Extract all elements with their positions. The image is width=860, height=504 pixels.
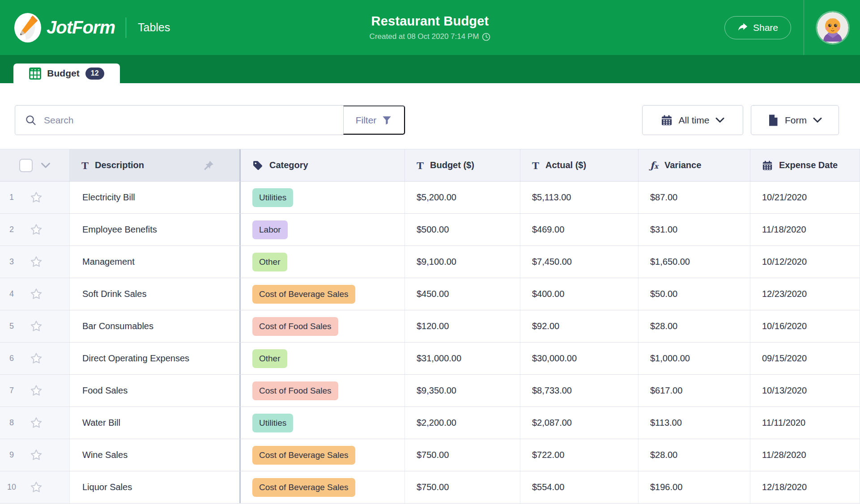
category-cell[interactable]: Cost of Beverage Sales bbox=[241, 439, 405, 471]
date-cell[interactable]: 10/12/2020 bbox=[750, 246, 860, 278]
favorite-star-button[interactable] bbox=[29, 415, 44, 431]
time-filter-button[interactable]: All time bbox=[642, 105, 743, 135]
actual-cell[interactable]: $722.00 bbox=[520, 439, 639, 471]
actual-cell[interactable]: $2,087.00 bbox=[520, 407, 639, 439]
date-cell[interactable]: 12/23/2020 bbox=[750, 278, 860, 310]
description-cell[interactable]: Wine Sales bbox=[70, 439, 241, 471]
favorite-star-button[interactable] bbox=[29, 254, 44, 270]
select-all-checkbox[interactable] bbox=[19, 159, 33, 172]
view-selector-button[interactable]: Form bbox=[751, 105, 839, 135]
description-cell[interactable]: Management bbox=[70, 246, 241, 278]
variance-cell[interactable]: $617.00 bbox=[639, 375, 750, 407]
tab-count-badge: 12 bbox=[85, 68, 104, 80]
description-text: Direct Operating Expenses bbox=[82, 353, 189, 364]
user-avatar[interactable] bbox=[817, 12, 848, 43]
favorite-star-button[interactable] bbox=[29, 351, 44, 366]
date-cell[interactable]: 10/13/2020 bbox=[750, 375, 860, 407]
variance-cell[interactable]: $1,000.00 bbox=[639, 343, 750, 374]
date-cell[interactable]: 12/18/2020 bbox=[750, 471, 860, 503]
favorite-star-button[interactable] bbox=[29, 448, 44, 463]
date-cell[interactable]: 10/21/2020 bbox=[750, 182, 860, 213]
budget-cell[interactable]: $120.00 bbox=[405, 310, 520, 342]
expense-date-value: 12/23/2020 bbox=[762, 289, 807, 299]
budget-cell[interactable]: $750.00 bbox=[405, 439, 520, 471]
time-filter-label: All time bbox=[679, 115, 710, 126]
search-input[interactable] bbox=[44, 115, 343, 126]
date-cell[interactable]: 11/11/2020 bbox=[750, 407, 860, 439]
description-text: Management bbox=[82, 257, 135, 267]
column-header-variance[interactable]: ƒx Variance bbox=[639, 149, 750, 181]
favorite-star-button[interactable] bbox=[29, 383, 44, 398]
variance-cell[interactable]: $31.00 bbox=[639, 214, 750, 246]
chevron-down-icon[interactable] bbox=[41, 162, 51, 169]
date-cell[interactable]: 11/28/2020 bbox=[750, 439, 860, 471]
share-button[interactable]: Share bbox=[724, 16, 791, 39]
column-header-actual[interactable]: T Actual ($) bbox=[520, 149, 639, 181]
description-cell[interactable]: Employee Benefits bbox=[70, 214, 241, 246]
budget-cell[interactable]: $2,200.00 bbox=[405, 407, 520, 439]
category-cell[interactable]: Other bbox=[241, 246, 405, 278]
description-cell[interactable]: Water Bill bbox=[70, 407, 241, 439]
budget-cell[interactable]: $500.00 bbox=[405, 214, 520, 246]
category-cell[interactable]: Cost of Beverage Sales bbox=[241, 471, 405, 503]
budget-cell[interactable]: $5,200.00 bbox=[405, 182, 520, 213]
variance-cell[interactable]: $28.00 bbox=[639, 310, 750, 342]
description-cell[interactable]: Electricity Bill bbox=[70, 182, 241, 213]
budget-cell[interactable]: $9,100.00 bbox=[405, 246, 520, 278]
jotform-logo[interactable]: JotForm bbox=[13, 12, 115, 43]
description-cell[interactable]: Liquor Sales bbox=[70, 471, 241, 503]
variance-cell[interactable]: $113.00 bbox=[639, 407, 750, 439]
budget-cell[interactable]: $750.00 bbox=[405, 471, 520, 503]
filter-button[interactable]: Filter bbox=[343, 106, 405, 135]
actual-cell[interactable]: $7,450.00 bbox=[520, 246, 639, 278]
description-cell[interactable]: Bar Consumables bbox=[70, 310, 241, 342]
category-cell[interactable]: Other bbox=[241, 343, 405, 374]
pin-icon[interactable] bbox=[203, 160, 214, 171]
date-cell[interactable]: 11/18/2020 bbox=[750, 214, 860, 246]
actual-cell[interactable]: $400.00 bbox=[520, 278, 639, 310]
budget-cell[interactable]: $450.00 bbox=[405, 278, 520, 310]
actual-cell[interactable]: $92.00 bbox=[520, 310, 639, 342]
column-header-budget[interactable]: T Budget ($) bbox=[405, 149, 520, 181]
description-cell[interactable]: Direct Operating Expenses bbox=[70, 343, 241, 374]
search-field[interactable] bbox=[15, 106, 343, 135]
favorite-star-button[interactable] bbox=[29, 480, 44, 495]
variance-cell[interactable]: $196.00 bbox=[639, 471, 750, 503]
actual-cell[interactable]: $469.00 bbox=[520, 214, 639, 246]
category-cell[interactable]: Utilities bbox=[241, 407, 405, 439]
row-number: 1 bbox=[0, 193, 23, 202]
column-header-expense-date[interactable]: Expense Date bbox=[750, 149, 860, 181]
favorite-star-button[interactable] bbox=[29, 287, 44, 302]
category-cell[interactable]: Cost of Beverage Sales bbox=[241, 278, 405, 310]
budget-cell[interactable]: $9,350.00 bbox=[405, 375, 520, 407]
variance-cell[interactable]: $28.00 bbox=[639, 439, 750, 471]
description-cell[interactable]: Food Sales bbox=[70, 375, 241, 407]
favorite-star-button[interactable] bbox=[29, 319, 44, 334]
actual-cell[interactable]: $30,000.00 bbox=[520, 343, 639, 374]
category-cell[interactable]: Utilities bbox=[241, 182, 405, 213]
date-cell[interactable]: 09/15/2020 bbox=[750, 343, 860, 374]
budget-cell[interactable]: $31,000.00 bbox=[405, 343, 520, 374]
row-number: 2 bbox=[0, 225, 23, 234]
category-cell[interactable]: Cost of Food Sales bbox=[241, 310, 405, 342]
chevron-down-icon bbox=[813, 117, 822, 123]
favorite-star-button[interactable] bbox=[29, 190, 44, 205]
category-cell[interactable]: Labor bbox=[241, 214, 405, 246]
variance-cell[interactable]: $1,650.00 bbox=[639, 246, 750, 278]
category-chip: Utilities bbox=[252, 188, 293, 207]
description-cell[interactable]: Soft Drink Sales bbox=[70, 278, 241, 310]
calendar-icon bbox=[661, 114, 673, 126]
tab-budget[interactable]: Budget 12 bbox=[13, 64, 120, 83]
favorite-star-button[interactable] bbox=[29, 222, 44, 237]
variance-cell[interactable]: $87.00 bbox=[639, 182, 750, 213]
variance-cell[interactable]: $50.00 bbox=[639, 278, 750, 310]
category-cell[interactable]: Cost of Food Sales bbox=[241, 375, 405, 407]
actual-cell[interactable]: $5,113.00 bbox=[520, 182, 639, 213]
actual-cell[interactable]: $554.00 bbox=[520, 471, 639, 503]
column-header-category[interactable]: Category bbox=[241, 149, 405, 181]
table-row: 7 Food Sales Cost of Food Sales $9,350.0… bbox=[0, 375, 860, 407]
actual-cell[interactable]: $8,733.00 bbox=[520, 375, 639, 407]
table-row: 10 Liquor Sales Cost of Beverage Sales $… bbox=[0, 471, 860, 504]
date-cell[interactable]: 10/16/2020 bbox=[750, 310, 860, 342]
column-header-description[interactable]: T Description bbox=[70, 149, 241, 181]
